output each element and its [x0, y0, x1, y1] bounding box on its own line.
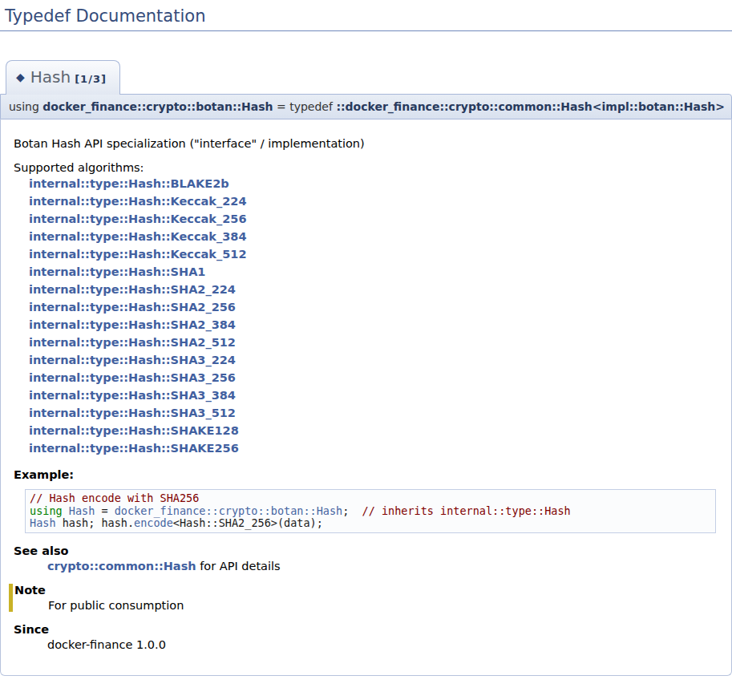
algorithm-link[interactable]: internal::type::Hash::Keccak_384 — [29, 228, 718, 245]
member-name: Hash — [30, 67, 71, 87]
typedef-name: docker_finance::crypto::botan::Hash — [42, 100, 273, 113]
algorithm-link[interactable]: internal::type::Hash::SHA3_256 — [29, 369, 718, 386]
member-prototype: using docker_finance::crypto::botan::Has… — [0, 94, 732, 119]
algorithm-link[interactable]: internal::type::Hash::Keccak_512 — [29, 245, 718, 263]
code-text: <Hash::SHA2_256>(data); — [173, 516, 323, 529]
typedef-target-type: ::docker_finance::crypto::common::Hash<i… — [336, 100, 725, 113]
algorithm-link[interactable]: internal::type::Hash::SHA3_224 — [29, 351, 718, 369]
algorithm-link[interactable]: internal::type::Hash::SHA3_512 — [29, 404, 718, 422]
algorithm-link[interactable]: internal::type::Hash::Keccak_224 — [29, 192, 718, 210]
note-section: Note For public consumption — [9, 584, 718, 612]
code-text: = — [95, 504, 114, 517]
code-link-encode[interactable]: encode — [134, 516, 173, 529]
algorithm-link[interactable]: internal::type::Hash::SHA2_512 — [29, 334, 718, 351]
see-also-text: for API details — [196, 560, 281, 573]
see-also-section: See also crypto::common::Hash for API de… — [14, 544, 718, 573]
code-comment: // inherits internal::type::Hash — [362, 504, 571, 517]
note-text: For public consumption — [48, 599, 718, 612]
code-text: ; — [342, 504, 362, 517]
since-text: docker-finance 1.0.0 — [47, 638, 718, 651]
code-text: hash; hash. — [56, 516, 135, 529]
member-tab: ◆Hash[1/3] — [6, 60, 120, 95]
code-line: using Hash = docker_finance::crypto::bot… — [30, 505, 711, 518]
since-label: Since — [14, 623, 718, 636]
code-link-hash[interactable]: Hash — [30, 516, 56, 529]
code-line: // Hash encode with SHA256 — [30, 492, 711, 505]
typedef-member: ◆Hash[1/3] using docker_finance::crypto:… — [0, 31, 732, 676]
algorithm-link[interactable]: internal::type::Hash::Keccak_256 — [29, 210, 718, 228]
algorithm-link[interactable]: internal::type::Hash::SHA2_224 — [29, 281, 718, 298]
algorithm-link[interactable]: internal::type::Hash::SHA3_384 — [29, 386, 718, 404]
code-line: Hash hash; hash.encode<Hash::SHA2_256>(d… — [30, 517, 711, 530]
code-keyword: using — [30, 504, 69, 517]
algorithm-link[interactable]: internal::type::Hash::SHA2_384 — [29, 316, 718, 334]
algorithm-link[interactable]: internal::type::Hash::SHAKE128 — [29, 422, 718, 439]
algorithm-link[interactable]: internal::type::Hash::SHA2_256 — [29, 298, 718, 316]
note-label: Note — [14, 584, 718, 597]
typedef-keyword: = typedef — [273, 100, 337, 113]
code-fragment: // Hash encode with SHA256using Hash = d… — [25, 489, 716, 533]
see-also-label: See also — [14, 544, 718, 557]
algorithm-link[interactable]: internal::type::Hash::SHA1 — [29, 263, 718, 281]
code-comment: // Hash encode with SHA256 — [30, 492, 199, 504]
algorithms-label: Supported algorithms: — [14, 161, 718, 174]
using-keyword: using — [9, 100, 42, 113]
see-also-content: crypto::common::Hash for API details — [47, 560, 718, 573]
algorithm-list: internal::type::Hash::BLAKE2b internal::… — [14, 175, 718, 457]
example-label: Example: — [14, 468, 718, 481]
section-title: Typedef Documentation — [0, 5, 732, 31]
member-overload-index: [1/3] — [75, 73, 107, 85]
member-description: Botan Hash API specialization ("interfac… — [14, 137, 718, 150]
member-documentation: Botan Hash API specialization ("interfac… — [0, 119, 732, 676]
see-also-link[interactable]: crypto::common::Hash — [47, 560, 196, 573]
code-link-hash[interactable]: Hash — [69, 504, 95, 517]
algorithm-link[interactable]: internal::type::Hash::SHAKE256 — [29, 439, 718, 457]
algorithm-link[interactable]: internal::type::Hash::BLAKE2b — [29, 175, 718, 192]
code-link-botan-hash[interactable]: docker_finance::crypto::botan::Hash — [115, 504, 342, 517]
since-section: Since docker-finance 1.0.0 — [14, 623, 718, 651]
permalink-diamond-icon[interactable]: ◆ — [16, 71, 25, 83]
